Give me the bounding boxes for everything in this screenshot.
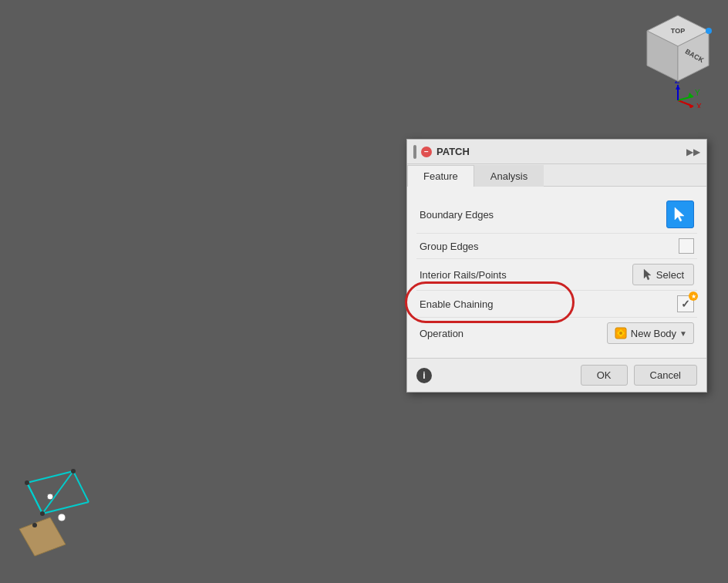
group-edges-row: Group Edges	[416, 234, 697, 259]
svg-text:TOP: TOP	[671, 27, 685, 35]
dialog-tabs: Feature Analysis	[407, 164, 706, 187]
cancel-button[interactable]: Cancel	[634, 365, 697, 386]
svg-line-16	[73, 471, 89, 502]
boundary-edges-button[interactable]	[666, 201, 694, 228]
footer-buttons: OK Cancel	[581, 365, 697, 386]
tab-analysis[interactable]: Analysis	[474, 165, 544, 187]
dialog-content: Boundary Edges Group Edges Interior Rail…	[407, 187, 706, 358]
interior-rails-label: Interior Rails/Points	[420, 269, 507, 281]
info-icon[interactable]: i	[416, 368, 432, 383]
cursor-icon	[672, 206, 688, 223]
svg-line-19	[27, 483, 42, 514]
svg-point-14	[706, 28, 712, 34]
svg-marker-28	[675, 207, 684, 221]
svg-point-26	[58, 514, 66, 521]
svg-point-22	[25, 480, 29, 485]
dropdown-arrow-icon: ▼	[679, 329, 687, 338]
new-body-icon	[614, 326, 628, 340]
navigation-cube[interactable]: X Y Z TOP BACK	[635, 8, 720, 108]
sketch-geometry	[4, 460, 104, 560]
svg-text:Y: Y	[695, 89, 700, 97]
interior-rails-select-button[interactable]: Select	[632, 264, 694, 285]
close-icon[interactable]: −	[421, 147, 432, 157]
patch-dialog: − PATCH ▶▶ Feature Analysis Boundary Edg…	[406, 139, 707, 393]
boundary-edges-row: Boundary Edges	[416, 196, 697, 234]
fast-forward-icon[interactable]: ▶▶	[686, 147, 700, 157]
operation-label: Operation	[420, 328, 463, 339]
group-edges-checkbox[interactable]	[679, 238, 694, 254]
operation-row: Operation New Body ▼	[416, 318, 697, 349]
svg-point-32	[619, 332, 622, 335]
svg-text:X: X	[696, 103, 702, 108]
operation-dropdown[interactable]: New Body ▼	[607, 322, 694, 344]
svg-point-24	[40, 511, 45, 516]
dialog-footer: i OK Cancel	[407, 358, 706, 392]
svg-marker-29	[644, 269, 651, 280]
svg-point-27	[32, 523, 37, 527]
interior-rails-row: Interior Rails/Points Select	[416, 259, 697, 291]
enable-chaining-row: Enable Chaining ✓ ★	[416, 291, 697, 318]
select-cursor-icon	[642, 268, 653, 281]
tab-feature[interactable]: Feature	[407, 165, 474, 187]
svg-marker-21	[19, 517, 66, 556]
collapse-bar[interactable]	[413, 145, 416, 159]
boundary-edges-label: Boundary Edges	[420, 209, 494, 221]
dialog-title: PATCH	[436, 146, 470, 157]
enable-chaining-checkbox[interactable]: ✓ ★	[677, 295, 694, 312]
svg-marker-7	[676, 85, 680, 89]
ok-button[interactable]: OK	[581, 365, 628, 386]
svg-point-23	[71, 469, 76, 473]
dialog-title-bar: − PATCH ▶▶	[407, 140, 706, 164]
group-edges-label: Group Edges	[420, 241, 479, 252]
svg-point-25	[47, 494, 53, 500]
star-badge: ★	[689, 292, 698, 301]
enable-chaining-label: Enable Chaining	[420, 298, 493, 310]
